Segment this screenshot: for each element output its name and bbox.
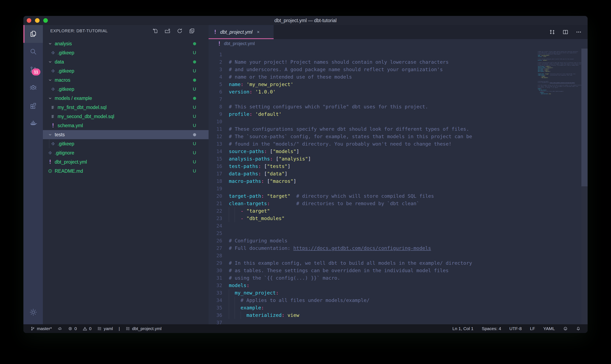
git-file-icon <box>48 150 53 155</box>
debug-icon <box>29 84 37 91</box>
tab-dbt-project-yml[interactable]: ! dbt_project.yml × <box>208 25 274 39</box>
activity-item-debug[interactable] <box>23 78 43 96</box>
tree-item-label: data <box>55 59 64 65</box>
minimap[interactable]: # Name your project! Project names shoul… <box>538 48 581 324</box>
code-line-17: data-paths: ["data"] <box>229 170 538 177</box>
tree-item-macros[interactable]: macros <box>43 76 208 85</box>
refresh-icon[interactable] <box>177 28 183 34</box>
breadcrumb-file: dbt_project.yml <box>224 41 255 46</box>
tree-item-label: .gitkeep <box>57 86 74 92</box>
line-number: 33 <box>208 289 222 297</box>
list-file-icon <box>51 105 56 110</box>
line-number: 17 <box>208 170 222 177</box>
line-number: 20 <box>208 192 222 200</box>
compare-icon[interactable] <box>549 29 555 35</box>
list-selection-icon <box>126 326 130 331</box>
status-separator: | <box>119 326 120 331</box>
chevron-down-icon <box>47 60 53 64</box>
ellipsis-icon[interactable] <box>576 29 582 35</box>
scm-changes-badge: 11 <box>32 68 40 76</box>
tree-item-tests[interactable]: tests <box>43 130 208 139</box>
chevron-down-icon <box>47 96 53 101</box>
tree-item--gitignore[interactable]: .gitignoreU <box>43 148 208 157</box>
status-outline-yaml[interactable]: yaml <box>97 326 113 331</box>
status-label: Spaces: 4 <box>482 326 501 331</box>
status-errors[interactable]: 0 <box>68 326 77 331</box>
code-line-26: # Configuring models <box>229 237 538 245</box>
indent-guide <box>235 215 240 222</box>
collapse-all-icon[interactable] <box>189 28 195 34</box>
code-line-35: example: <box>229 304 538 312</box>
explorer-title: EXPLORER: DBT-TUTORIAL <box>50 28 108 33</box>
status-feedback[interactable] <box>563 326 568 331</box>
tree-item-models-example[interactable]: models / example <box>43 94 208 103</box>
line-number: 25 <box>208 230 222 237</box>
list-file-icon <box>51 114 56 119</box>
code-line-27: # Full documentation: https://docs.getdb… <box>229 245 538 252</box>
code-line-31: # using the `{{ config(...) }}` macro. <box>229 274 538 282</box>
code-line-13: # found in the "models/" directory. You … <box>229 140 538 148</box>
tree-item--gitkeep[interactable]: .gitkeepU <box>43 66 208 76</box>
tree-item-label: models / example <box>55 96 92 101</box>
tree-item-analysis[interactable]: analysis <box>43 39 208 48</box>
line-number: 23 <box>208 215 222 222</box>
activity-item-source-control[interactable]: 11 <box>23 61 43 78</box>
code-line-9: profile: 'default' <box>229 110 538 118</box>
line-number: 11 <box>208 125 222 133</box>
new-folder-icon[interactable] <box>165 28 170 34</box>
smiley-icon <box>563 326 568 331</box>
tree-item-label: .gitkeep <box>57 50 74 56</box>
tree-item--gitkeep[interactable]: .gitkeepU <box>43 85 208 94</box>
tree-item-readme-md[interactable]: README.mdU <box>43 167 208 176</box>
line-number: 4 <box>208 73 222 81</box>
status-notifications[interactable] <box>576 326 581 331</box>
tree-item-data[interactable]: data <box>43 57 208 66</box>
line-number: 28 <box>208 252 222 259</box>
tree-item-schema-yml[interactable]: !schema.ymlU <box>43 121 208 130</box>
status-indentation[interactable]: Spaces: 4 <box>482 326 501 331</box>
status-encoding[interactable]: UTF-8 <box>509 326 522 331</box>
activity-item-docker[interactable] <box>23 114 43 132</box>
breadcrumb[interactable]: ! dbt_project.yml <box>208 39 588 48</box>
indent-guide <box>229 207 235 215</box>
new-file-icon[interactable] <box>152 28 158 34</box>
line-number: 5 <box>208 81 222 88</box>
status-sync-changes[interactable] <box>57 326 62 331</box>
status-outline-file[interactable]: dbt_project.yml <box>126 326 162 331</box>
status-label: UTF-8 <box>509 326 522 331</box>
status-cursor-position[interactable]: Ln 1, Col 1 <box>452 326 473 331</box>
yaml-bang-icon: ! <box>213 30 218 35</box>
tree-item-dbt-project-yml[interactable]: !dbt_project.ymlU <box>43 157 208 167</box>
editor-scrollbar[interactable] <box>581 48 588 324</box>
split-editor-icon[interactable] <box>562 29 569 35</box>
code-line-16: test-paths: ["tests"] <box>229 163 538 170</box>
code-line-25 <box>229 230 538 237</box>
tree-item--gitkeep[interactable]: .gitkeepU <box>43 139 208 148</box>
tree-item-my-first-dbt-model-sql[interactable]: my_first_dbt_model.sqlU <box>43 103 208 112</box>
search-icon <box>29 48 37 56</box>
chevron-down-icon <box>47 41 53 46</box>
tree-item-my-second-dbt-model-sql[interactable]: my_second_dbt_model.sqlU <box>43 112 208 121</box>
activity-item-settings[interactable] <box>23 303 43 321</box>
code-line-3: # and underscores. A good package name s… <box>229 66 538 73</box>
files-icon <box>29 30 37 38</box>
code-content[interactable]: # Name your project! Project names shoul… <box>222 48 538 324</box>
close-icon[interactable]: × <box>256 30 261 35</box>
activity-item-explorer[interactable] <box>23 25 43 43</box>
scrollbar-thumb[interactable] <box>581 49 588 186</box>
code-editor[interactable]: 1234567891011121314151617181920212223242… <box>208 48 588 324</box>
status-git-branch[interactable]: master* <box>30 326 52 331</box>
status-eol[interactable]: LF <box>530 326 535 331</box>
code-line-21: clean-targets: # directories to be remov… <box>229 200 538 207</box>
status-language-mode[interactable]: YAML <box>543 326 555 331</box>
tree-item-label: macros <box>55 77 70 83</box>
tree-item-label: .gitkeep <box>57 141 74 147</box>
status-label: 0 <box>89 326 92 331</box>
tree-item--gitkeep[interactable]: .gitkeepU <box>43 48 208 57</box>
activity-item-extensions[interactable] <box>23 96 43 114</box>
line-number: 30 <box>208 267 222 274</box>
status-warnings[interactable]: 0 <box>83 326 92 331</box>
activity-item-search[interactable] <box>23 43 43 61</box>
line-number: 19 <box>208 185 222 192</box>
chevron-down-icon <box>47 132 53 137</box>
